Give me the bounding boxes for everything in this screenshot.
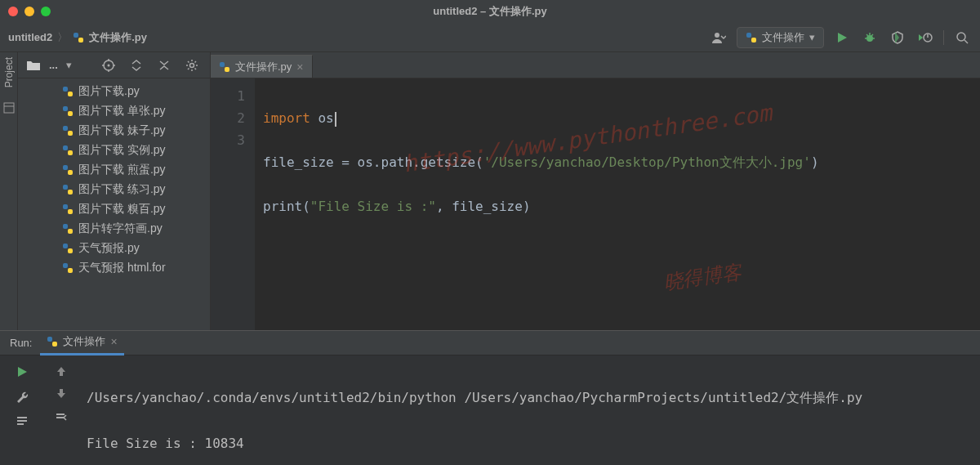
python-file-icon [62, 262, 74, 274]
structure-tool-icon[interactable] [3, 102, 15, 114]
tree-file-item[interactable]: 图片下载 煎蛋.py [18, 160, 210, 180]
run-button[interactable] [832, 29, 852, 47]
user-icon[interactable] [709, 29, 728, 47]
chevron-down-icon: ▾ [809, 31, 815, 43]
minimize-window-icon[interactable] [24, 7, 34, 16]
svg-rect-30 [63, 145, 68, 150]
tree-file-label: 图片下载.py [78, 84, 140, 99]
down-arrow-icon[interactable] [51, 385, 71, 403]
run-config-selector[interactable]: 文件操作 ▾ [737, 27, 824, 48]
gutter: 1 2 3 [211, 78, 255, 330]
svg-rect-25 [68, 92, 73, 96]
code-content[interactable]: import os file_size = os.path.getsize('/… [255, 78, 980, 330]
folder-icon[interactable] [26, 60, 41, 71]
tree-file-label: 天气预报.py [78, 241, 140, 256]
sidebar-tabs: Project [0, 52, 18, 330]
coverage-button[interactable] [888, 29, 907, 47]
project-tool-tab[interactable]: Project [3, 57, 15, 87]
collapse-all-icon[interactable] [154, 56, 174, 74]
svg-rect-26 [63, 106, 68, 111]
debug-button[interactable] [860, 29, 880, 47]
tree-file-item[interactable]: 图片下载 实例.py [18, 141, 210, 160]
tree-file-item[interactable]: 图片下载 练习.py [18, 180, 210, 199]
editor-tab[interactable]: 文件操作.py × [211, 55, 313, 78]
code-token: "File Size is :" [310, 199, 436, 214]
tree-file-label: 图片转字符画.py [78, 221, 163, 236]
svg-point-18 [108, 64, 110, 66]
project-toolbar: ... ▾ [18, 52, 210, 78]
line-number: 1 [211, 85, 245, 107]
tree-file-item[interactable]: 图片下载 单张.py [18, 101, 210, 121]
svg-rect-34 [63, 185, 68, 190]
svg-rect-31 [68, 150, 73, 155]
python-file-icon [62, 164, 74, 176]
breadcrumb-file[interactable]: 文件操作.py [89, 30, 147, 45]
line-number: 3 [211, 129, 245, 151]
close-window-icon[interactable] [8, 7, 18, 16]
editor-area: 文件操作.py × 1 2 3 import os file_size = os… [211, 52, 980, 330]
close-tab-icon[interactable]: × [110, 335, 117, 348]
code-token: file_size = os.path.getsize( [263, 154, 483, 170]
rerun-button[interactable] [11, 362, 33, 382]
tree-file-item[interactable]: 图片下载 妹子.py [18, 121, 210, 141]
close-tab-icon[interactable]: × [296, 60, 303, 74]
code-editor[interactable]: 1 2 3 import os file_size = os.path.gets… [211, 78, 980, 330]
export-icon[interactable] [51, 408, 71, 426]
svg-rect-40 [63, 244, 68, 248]
tree-file-item[interactable]: 天气预报.py [18, 239, 210, 258]
python-file-icon [62, 105, 74, 117]
run-tab[interactable]: 文件操作 × [40, 331, 123, 355]
locate-icon[interactable] [99, 56, 118, 74]
svg-rect-35 [68, 190, 73, 194]
profile-button[interactable] [915, 29, 935, 47]
svg-rect-1 [78, 38, 83, 42]
tree-file-item[interactable]: 图片转字符画.py [18, 219, 210, 239]
tree-file-label: 图片下载 煎蛋.py [78, 163, 166, 177]
svg-rect-45 [225, 67, 229, 72]
run-header: Run: 文件操作 × [0, 331, 980, 355]
svg-rect-4 [751, 38, 756, 42]
code-token: '/Users/yanchao/Desktop/Python文件大小.jpg' [483, 154, 811, 170]
run-side-toolbar-2 [44, 355, 78, 465]
python-file-icon [746, 32, 757, 43]
code-token: , file_size) [436, 199, 531, 214]
maximize-window-icon[interactable] [41, 7, 51, 16]
search-icon[interactable] [952, 29, 972, 47]
svg-rect-28 [63, 126, 68, 131]
svg-rect-15 [4, 103, 14, 113]
tree-file-item[interactable]: 图片下载.py [18, 82, 210, 101]
wrench-icon[interactable] [11, 387, 33, 406]
svg-rect-49 [17, 420, 27, 422]
tree-file-label: 天气预报 html.for [78, 261, 166, 275]
console-output[interactable]: /Users/yanchao/.conda/envs/untitled2/bin… [78, 355, 980, 465]
svg-rect-38 [63, 224, 68, 229]
svg-rect-47 [52, 342, 57, 347]
svg-rect-41 [68, 248, 73, 253]
tree-file-label: 图片下载 单张.py [78, 104, 166, 118]
tree-file-item[interactable]: 天气预报 html.for [18, 258, 210, 278]
svg-rect-0 [74, 33, 78, 38]
run-panel-label: Run: [10, 337, 32, 349]
svg-point-2 [715, 33, 719, 38]
svg-rect-39 [68, 229, 73, 234]
toggle-soft-wrap-icon[interactable] [11, 411, 33, 431]
project-panel: ... ▾ 图片下载.py 图片下载 单张.py 图片下载 妹子.py 图片下载… [18, 52, 211, 330]
up-arrow-icon[interactable] [51, 362, 71, 380]
python-file-icon [219, 61, 230, 73]
svg-rect-51 [56, 414, 65, 415]
project-selector[interactable]: ... [49, 59, 58, 71]
tree-file-item[interactable]: 图片下载 糗百.py [18, 199, 210, 219]
tree-file-label: 图片下载 练习.py [78, 182, 166, 197]
tree-file-label: 图片下载 实例.py [78, 143, 166, 158]
svg-point-23 [190, 63, 194, 67]
python-file-icon [62, 203, 74, 215]
python-file-icon [62, 243, 74, 254]
settings-icon[interactable] [182, 56, 202, 74]
breadcrumb: untitled2 〉 文件操作.py [8, 30, 147, 45]
breadcrumb-project[interactable]: untitled2 [8, 31, 52, 43]
titlebar: untitled2 – 文件操作.py [0, 0, 980, 23]
project-tree[interactable]: 图片下载.py 图片下载 单张.py 图片下载 妹子.py 图片下载 实例.py… [18, 78, 210, 330]
svg-rect-46 [47, 337, 52, 342]
watermark: 晓得博客 [662, 261, 743, 293]
expand-all-icon[interactable] [127, 56, 146, 74]
